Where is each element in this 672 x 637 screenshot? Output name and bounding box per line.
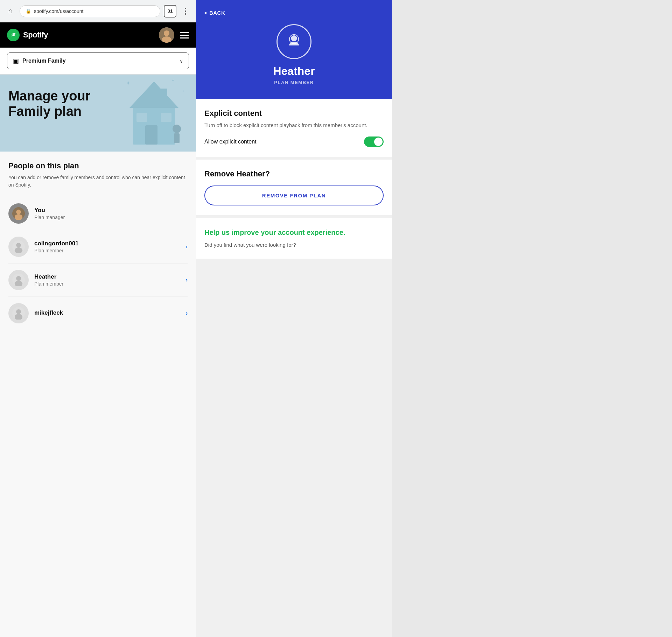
people-section: People on this plan You can add or remov… [0, 152, 196, 637]
member-list: You Plan manager colingordon001 Plan mem… [8, 197, 188, 330]
explicit-content-card: Explicit content Turn off to block expli… [196, 99, 392, 157]
toggle-row: Allow explicit content [204, 136, 384, 147]
member-avatar-large [276, 24, 312, 59]
svg-point-0 [10, 32, 16, 38]
member-name-heather: Heather [34, 273, 180, 280]
member-name-mike: mikejfleck [34, 309, 180, 316]
help-card: Help us improve your account experience.… [196, 218, 392, 259]
remove-member-card: Remove Heather? REMOVE FROM PLAN [196, 160, 392, 215]
remove-from-plan-button[interactable]: REMOVE FROM PLAN [204, 186, 384, 205]
member-header: < BACK Heather PLAN MEMBER [196, 0, 392, 99]
hero-section: Manage your Family plan ✦ ✦ ✦ [0, 75, 196, 152]
svg-rect-14 [174, 133, 180, 143]
explicit-content-toggle[interactable] [364, 136, 384, 147]
plan-icon: ▣ [13, 57, 19, 65]
user-avatar[interactable] [159, 27, 174, 43]
svg-rect-11 [136, 113, 147, 122]
back-button[interactable]: < BACK [204, 10, 225, 16]
spotify-logo: Spotify [7, 29, 48, 41]
url-bar[interactable]: 🔒 spotify.com/us/account [20, 5, 160, 17]
member-chevron-mike: › [186, 310, 188, 316]
member-role-heather: Plan member [34, 281, 180, 287]
tab-button[interactable]: 31 [164, 5, 176, 18]
member-info-you: You Plan manager [34, 207, 188, 220]
people-section-description: You can add or remove family members and… [8, 174, 188, 189]
plan-dropdown[interactable]: ▣ Premium Family ∨ [7, 52, 189, 69]
toggle-label: Allow explicit content [204, 139, 257, 145]
svg-rect-15 [161, 89, 167, 101]
member-item-colin[interactable]: colingordon001 Plan member › [8, 230, 188, 264]
member-item-you[interactable]: You Plan manager [8, 197, 188, 230]
help-title: Help us improve your account experience. [204, 228, 384, 237]
url-text: spotify.com/us/account [34, 8, 83, 14]
help-description: Did you find what you were looking for? [204, 241, 384, 249]
member-name-colin: colingordon001 [34, 240, 180, 247]
member-role-you: Plan manager [34, 215, 188, 220]
browser-chrome: ⌂ 🔒 spotify.com/us/account 31 [0, 0, 196, 22]
member-info-heather: Heather Plan member [34, 273, 180, 287]
svg-text:✦: ✦ [126, 80, 131, 86]
explicit-content-title: Explicit content [204, 109, 384, 118]
member-chevron-colin: › [186, 244, 188, 250]
svg-rect-10 [145, 125, 158, 145]
svg-point-17 [16, 210, 21, 215]
explicit-content-description: Turn off to block explicit content playb… [204, 121, 384, 130]
member-avatar-mike [8, 303, 29, 323]
svg-point-2 [164, 30, 169, 36]
svg-text:✦: ✦ [172, 78, 174, 82]
member-info-colin: colingordon001 Plan member [34, 240, 180, 253]
spotify-header: Spotify [0, 22, 196, 48]
member-role-colin: Plan member [34, 248, 180, 253]
member-item-heather[interactable]: Heather Plan member › [8, 264, 188, 297]
chevron-down-icon: ∨ [180, 58, 183, 64]
svg-rect-12 [161, 113, 172, 122]
member-header-name: Heather [273, 65, 315, 78]
member-item-mike[interactable]: mikejfleck › [8, 297, 188, 330]
left-panel: ⌂ 🔒 spotify.com/us/account 31 Spotify [0, 0, 196, 637]
member-info-mike: mikejfleck [34, 309, 180, 317]
hamburger-menu-button[interactable] [180, 32, 189, 38]
member-avatar-colin [8, 237, 29, 257]
house-illustration: ✦ ✦ ✦ [112, 75, 196, 145]
plan-selector: ▣ Premium Family ∨ [0, 48, 196, 75]
spotify-icon [7, 29, 20, 41]
right-panel: < BACK Heather PLAN MEMBER Explicit cont… [196, 0, 392, 637]
member-chevron-heather: › [186, 277, 188, 283]
remove-section-title: Remove Heather? [204, 169, 384, 178]
header-right [159, 27, 189, 43]
svg-point-20 [16, 243, 21, 248]
spotify-name: Spotify [23, 30, 48, 40]
browser-menu-button[interactable] [180, 6, 191, 17]
plan-label: Premium Family [22, 58, 176, 64]
svg-point-26 [16, 309, 21, 314]
member-name-you: You [34, 207, 188, 214]
member-avatar-heather [8, 270, 29, 290]
member-avatar-you [8, 203, 29, 224]
people-section-title: People on this plan [8, 161, 188, 170]
svg-point-13 [173, 125, 181, 133]
svg-text:✦: ✦ [182, 90, 184, 93]
browser-home-button[interactable]: ⌂ [5, 6, 16, 17]
member-header-role: PLAN MEMBER [274, 80, 314, 85]
svg-point-23 [16, 276, 21, 281]
svg-marker-9 [130, 82, 178, 108]
hero-title: Manage your Family plan [8, 89, 99, 119]
lock-icon: 🔒 [26, 8, 31, 14]
